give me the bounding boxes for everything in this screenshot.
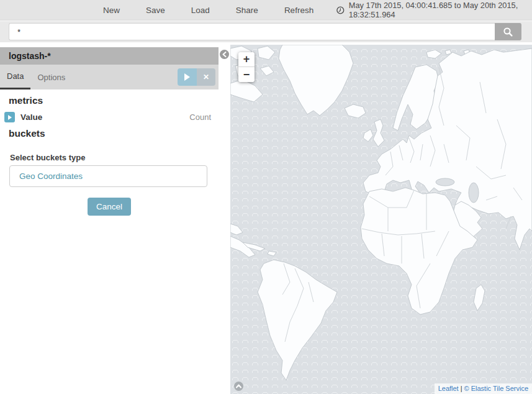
- play-icon: [184, 73, 190, 81]
- buckets-heading: buckets: [9, 128, 219, 139]
- nav-item-share[interactable]: Share: [223, 6, 271, 15]
- tab-options[interactable]: Options: [30, 65, 72, 89]
- nav-item-save[interactable]: Save: [133, 6, 178, 15]
- discard-changes-button[interactable]: ✕: [197, 68, 215, 86]
- query-bar: [0, 21, 532, 42]
- tile-service-link[interactable]: © Elastic Tile Service: [464, 385, 528, 392]
- spy-panel-toggle[interactable]: [234, 382, 243, 391]
- zoom-in-button[interactable]: +: [238, 52, 255, 67]
- world-map: [230, 45, 532, 394]
- nav-item-refresh[interactable]: Refresh: [271, 6, 327, 15]
- clock-icon: [336, 6, 345, 15]
- map-zoom-control: + −: [238, 52, 255, 82]
- editor-tabs: Data Options ✕: [0, 65, 219, 89]
- chevron-left-icon: [222, 52, 227, 57]
- zoom-out-button[interactable]: −: [238, 67, 255, 82]
- cancel-button[interactable]: Cancel: [88, 198, 131, 216]
- chevron-up-icon: [236, 384, 241, 388]
- attribution-separator: |: [459, 385, 464, 392]
- metric-agg-type: Count: [189, 112, 211, 122]
- index-pattern-header: logstash-*: [0, 47, 219, 65]
- kibana-visualize-app: New Save Load Share Refresh May 17th 201…: [0, 0, 532, 394]
- top-navbar: New Save Load Share Refresh May 17th 201…: [0, 0, 532, 21]
- search-icon: [503, 27, 513, 37]
- navbar-menu: New Save Load Share Refresh: [90, 6, 327, 15]
- select-buckets-type-label: Select buckets type: [10, 153, 219, 162]
- bucket-type-list: Geo Coordinates: [9, 165, 207, 187]
- search-button[interactable]: [495, 23, 521, 40]
- vis-editor-sidebar: logstash-* Data Options ✕ metrics Value …: [0, 42, 219, 394]
- bucket-option-geo-coordinates[interactable]: Geo Coordinates: [19, 172, 83, 181]
- chevron-right-icon: [8, 115, 12, 120]
- metrics-heading: metrics: [9, 95, 219, 106]
- expand-metric-button[interactable]: [4, 112, 15, 122]
- leaflet-link[interactable]: Leaflet: [438, 385, 459, 392]
- time-range-text: May 17th 2015, 04:00:41.685 to May 20th …: [349, 1, 532, 19]
- collapse-sidebar-button[interactable]: [220, 50, 229, 59]
- index-pattern-name: logstash-*: [9, 51, 51, 61]
- close-icon: ✕: [203, 73, 209, 81]
- metric-label[interactable]: Value: [20, 112, 189, 122]
- search-input[interactable]: [9, 23, 495, 40]
- apply-changes-button[interactable]: [178, 68, 197, 86]
- tab-data[interactable]: Data: [0, 65, 30, 89]
- metric-row-value: Value Count: [4, 112, 211, 122]
- editor-actions: ✕: [178, 68, 215, 86]
- cancel-wrap: Cancel: [0, 198, 219, 216]
- nav-item-load[interactable]: Load: [178, 6, 223, 15]
- tile-map-visualization[interactable]: + − Leaflet|© Elastic Tile Service: [230, 45, 532, 394]
- nav-item-new[interactable]: New: [90, 6, 133, 15]
- timepicker[interactable]: May 17th 2015, 04:00:41.685 to May 20th …: [336, 1, 532, 19]
- map-attribution: Leaflet|© Elastic Tile Service: [435, 383, 532, 394]
